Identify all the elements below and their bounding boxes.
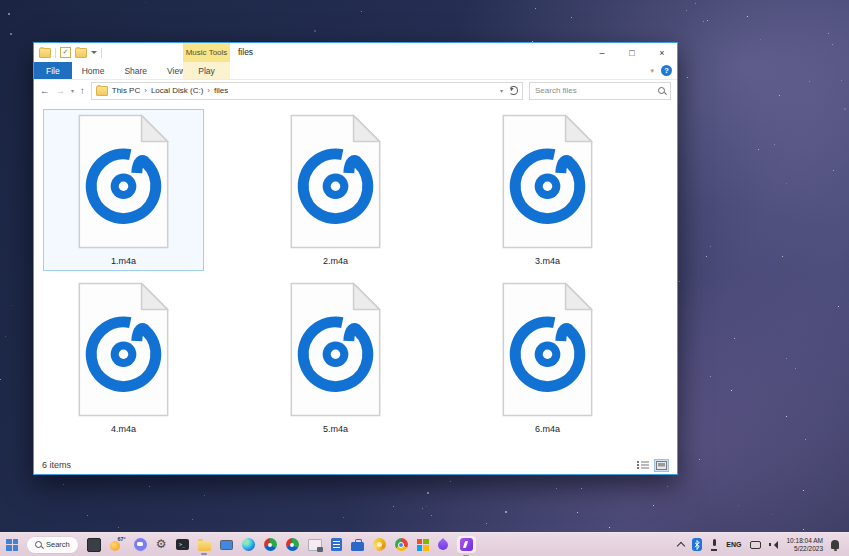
file-item-5[interactable]: 5.m4a — [255, 277, 416, 439]
search-input[interactable] — [535, 86, 658, 95]
taskbar-app-chat[interactable] — [134, 538, 147, 551]
file-name: 4.m4a — [111, 424, 136, 434]
file-item-1[interactable]: 1.m4a — [43, 109, 204, 271]
breadcrumb-local-disk[interactable]: Local Disk (C:) — [151, 86, 203, 95]
taskbar-app-browser-gold[interactable] — [373, 538, 386, 551]
search-box[interactable] — [529, 82, 671, 100]
minimize-button[interactable]: – — [587, 43, 617, 62]
file-name: 2.m4a — [323, 256, 348, 266]
file-list-area[interactable]: 1.m4a 2.m4a 3.m4a 4.m4a 5.m4a 6.m4a — [34, 101, 677, 457]
document-icon — [331, 538, 342, 551]
search-icon — [35, 541, 42, 548]
m4a-file-icon — [288, 113, 383, 250]
forward-button[interactable]: → — [56, 86, 66, 96]
m4a-file-icon — [76, 113, 171, 250]
taskbar-app-purple[interactable] — [438, 540, 448, 550]
search-icon — [658, 87, 665, 94]
ribbon-tabs: File Home Share View Play ▾ ? — [34, 62, 677, 80]
tab-share[interactable]: Share — [114, 62, 157, 79]
file-name: 3.m4a — [535, 256, 560, 266]
customize-qat-caret-icon[interactable] — [91, 51, 97, 57]
recent-locations-caret-icon[interactable]: ▾ — [71, 87, 74, 94]
taskbar-app-movies[interactable] — [220, 540, 233, 550]
bluetooth-icon[interactable] — [692, 538, 702, 551]
tray-time: 10:18:04 AM — [787, 537, 824, 544]
touch-keyboard-icon[interactable] — [750, 541, 761, 549]
taskbar-app-store[interactable] — [417, 539, 429, 551]
new-folder-button[interactable] — [75, 48, 87, 58]
gold-browser-icon — [373, 538, 386, 551]
notifications-bell-icon[interactable] — [831, 540, 839, 549]
tab-play[interactable]: Play — [183, 62, 230, 79]
taskbar-app-clipchamp[interactable] — [457, 536, 476, 553]
maximize-button[interactable]: □ — [617, 43, 647, 62]
task-view-button[interactable] — [87, 538, 101, 552]
help-button[interactable]: ? — [661, 65, 672, 76]
location-folder-icon — [96, 86, 108, 96]
language-indicator[interactable]: ENG — [726, 541, 741, 548]
taskbar-app-window-layout[interactable] — [308, 539, 322, 551]
weather-sun-icon: 67° — [110, 538, 125, 552]
taskbar-app-file-explorer[interactable] — [198, 539, 211, 551]
volume-icon[interactable] — [769, 540, 779, 550]
properties-button[interactable]: ✓ — [60, 47, 71, 58]
tab-file[interactable]: File — [34, 62, 72, 79]
clipchamp-icon — [460, 538, 473, 551]
taskbar-app-chrome[interactable] — [395, 538, 408, 551]
file-item-3[interactable]: 3.m4a — [467, 109, 628, 271]
weather-widget[interactable]: 67° — [110, 538, 125, 552]
music-tools-contextual-tab[interactable]: Music Tools — [183, 43, 230, 62]
back-button[interactable]: ← — [40, 86, 50, 96]
task-view-icon — [87, 538, 101, 552]
start-button[interactable] — [6, 539, 18, 551]
file-item-6[interactable]: 6.m4a — [467, 277, 628, 439]
microsoft-logo-icon — [417, 539, 429, 551]
taskbar-search[interactable]: Search — [27, 537, 78, 553]
title-bar: ✓ Music Tools files – □ × — [34, 43, 677, 62]
clock[interactable]: 10:18:04 AM 5/22/2023 — [787, 537, 824, 552]
breadcrumb-files[interactable]: files — [214, 86, 228, 95]
edge-icon — [242, 538, 255, 551]
taskbar-app-settings[interactable]: ⚙ — [156, 538, 167, 551]
address-bar: ← → ▾ ↑ This PC › Local Disk (C:) › file… — [34, 80, 677, 101]
expand-ribbon-icon[interactable]: ▾ — [650, 67, 654, 74]
file-explorer-icon — [198, 541, 211, 551]
taskbar-app-terminal[interactable]: >_ — [176, 539, 189, 550]
chrome-icon — [395, 538, 408, 551]
gear-icon: ⚙ — [156, 538, 167, 551]
divider — [101, 48, 102, 58]
microphone-icon[interactable] — [710, 539, 718, 551]
windows-logo-icon — [6, 539, 18, 551]
taskbar-app-media-1[interactable] — [264, 538, 277, 551]
m4a-file-icon — [500, 113, 595, 250]
media-disc-icon — [264, 538, 277, 551]
chat-icon — [134, 538, 147, 551]
terminal-icon: >_ — [176, 539, 189, 550]
taskbar-app-notes[interactable] — [331, 538, 342, 551]
taskbar-search-label: Search — [46, 540, 70, 549]
details-view-button[interactable] — [635, 459, 650, 472]
up-button[interactable]: ↑ — [80, 86, 85, 96]
taskbar-app-media-2[interactable] — [286, 538, 299, 551]
file-name: 1.m4a — [111, 256, 136, 266]
file-name: 6.m4a — [535, 424, 560, 434]
breadcrumb-this-pc[interactable]: This PC — [112, 86, 140, 95]
explorer-icon — [39, 48, 51, 58]
refresh-icon[interactable] — [509, 86, 518, 95]
close-button[interactable]: × — [647, 43, 677, 62]
file-item-4[interactable]: 4.m4a — [43, 277, 204, 439]
taskbar-app-edge[interactable] — [242, 538, 255, 551]
tab-home[interactable]: Home — [72, 62, 115, 79]
tray-date: 5/22/2023 — [794, 545, 823, 552]
hidden-icons-chevron-icon[interactable] — [677, 541, 685, 549]
file-explorer-window: ✓ Music Tools files – □ × File Home Shar… — [33, 42, 678, 475]
window-layout-icon — [308, 539, 322, 551]
large-icons-view-button[interactable] — [654, 459, 669, 472]
file-item-2[interactable]: 2.m4a — [255, 109, 416, 271]
quick-access-toolbar: ✓ — [34, 47, 102, 58]
weather-temp: 67° — [117, 536, 125, 542]
address-dropdown-icon[interactable]: ▾ — [500, 87, 503, 94]
window-title: files — [238, 43, 253, 62]
taskbar-app-toolbox[interactable] — [351, 539, 364, 551]
address-field[interactable]: This PC › Local Disk (C:) › files ▾ — [91, 82, 523, 100]
